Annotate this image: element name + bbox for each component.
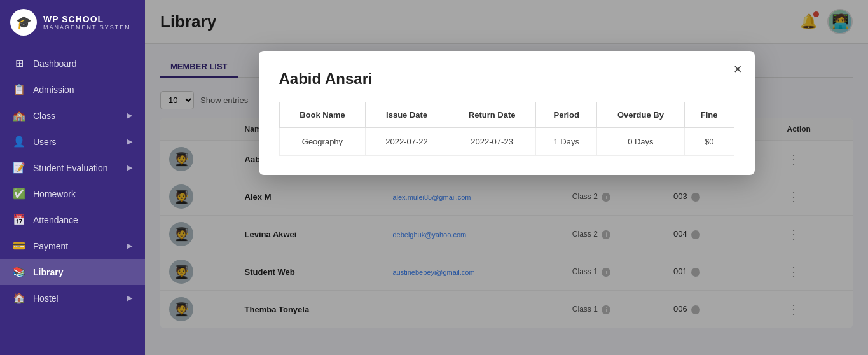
modal-overlay: Aabid Ansari × Book NameIssue DateReturn… [145,0,868,355]
sidebar-item-label: Hostel [33,293,59,303]
sidebar-item-class[interactable]: 🏫 Class ▶ [0,102,145,129]
expand-arrow-icon: ▶ [127,111,132,120]
class-icon: 🏫 [13,109,25,122]
expand-arrow-icon: ▶ [127,242,132,250]
modal-title: Aabid Ansari [279,70,734,88]
sidebar-item-label: Library [33,267,63,277]
sidebar-item-attendance[interactable]: 📅 Attendance [0,207,145,233]
book-name: Geography [279,128,366,156]
modal-column-header: Return Date [448,102,536,128]
issue-date: 2022-07-22 [366,128,448,156]
modal-column-header: Overdue By [596,102,684,128]
sidebar-item-label: Admission [33,85,74,95]
sidebar-item-label: Class [33,111,55,121]
homework-icon: ✅ [13,188,25,200]
expand-arrow-icon: ▶ [127,137,132,146]
hostel-icon: 🏠 [13,292,25,304]
overdue-by: 0 Days [596,128,684,156]
sidebar-nav: ⊞ Dashboard 📋 Admission 🏫 Class ▶ 👤 User… [0,45,145,355]
sidebar-item-users[interactable]: 👤 Users ▶ [0,129,145,155]
sidebar-item-label: Student Evaluation [33,163,108,173]
attendance-icon: 📅 [13,214,25,226]
modal-table-row: Geography 2022-07-22 2022-07-23 1 Days 0… [279,128,734,156]
sidebar-item-homework[interactable]: ✅ Homework [0,181,145,207]
sidebar-item-label: Attendance [33,215,78,225]
sidebar-item-admission[interactable]: 📋 Admission [0,76,145,102]
logo-sub: MANAGEMENT SYSTEM [43,24,131,31]
logo-text: WP SCHOOL MANAGEMENT SYSTEM [43,14,131,31]
period: 1 Days [536,128,597,156]
sidebar-item-student-evaluation[interactable]: 📝 Student Evaluation ▶ [0,155,145,181]
logo-main: WP SCHOOL [43,14,131,25]
sidebar-item-label: Dashboard [33,59,77,69]
modal-column-header: Period [536,102,597,128]
sidebar: 🎓 WP SCHOOL MANAGEMENT SYSTEM ⊞ Dashboar… [0,0,145,355]
admission-icon: 📋 [13,83,25,95]
modal-column-header: Fine [684,102,734,128]
sidebar-item-payment[interactable]: 💳 Payment ▶ [0,233,145,259]
modal-column-header: Issue Date [366,102,448,128]
sidebar-item-hostel[interactable]: 🏠 Hostel ▶ [0,285,145,311]
sidebar-item-library[interactable]: 📚 Library [0,259,145,285]
sidebar-item-dashboard[interactable]: ⊞ Dashboard [0,50,145,76]
library-icon: 📚 [13,266,25,278]
expand-arrow-icon: ▶ [127,164,132,172]
modal: Aabid Ansari × Book NameIssue DateReturn… [259,51,755,175]
fine: $0 [684,128,734,156]
student-evaluation-icon: 📝 [13,162,25,174]
logo-icon: 🎓 [10,9,37,36]
main-content: Library 🔔 🧑‍💻 MEMBER LIST 10 25 50 Show … [145,0,868,355]
modal-table: Book NameIssue DateReturn DatePeriodOver… [279,102,734,156]
users-icon: 👤 [13,136,25,148]
sidebar-item-label: Users [33,137,57,147]
return-date: 2022-07-23 [448,128,536,156]
modal-close-button[interactable]: × [734,62,742,76]
payment-icon: 💳 [13,240,25,252]
dashboard-icon: ⊞ [13,57,25,69]
expand-arrow-icon: ▶ [127,294,132,302]
logo: 🎓 WP SCHOOL MANAGEMENT SYSTEM [0,0,145,45]
sidebar-item-label: Payment [33,241,68,251]
sidebar-item-label: Homework [33,189,76,199]
modal-column-header: Book Name [279,102,366,128]
